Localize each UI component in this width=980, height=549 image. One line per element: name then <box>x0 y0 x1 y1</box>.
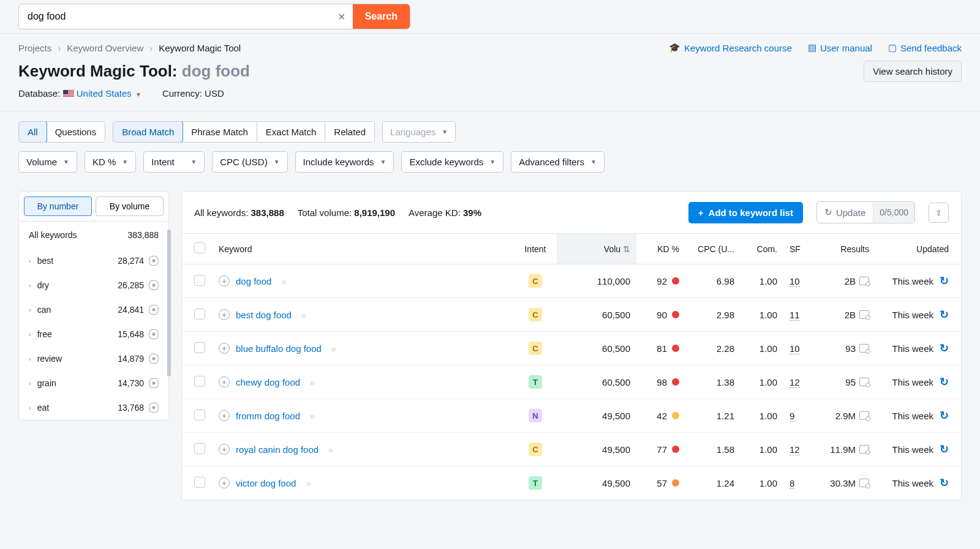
exclude-keywords-filter[interactable]: Exclude keywords▼ <box>401 151 503 173</box>
expand-icon[interactable]: » <box>328 444 331 455</box>
sf-value[interactable]: 11 <box>790 310 800 321</box>
row-checkbox[interactable] <box>194 275 205 286</box>
sidebar-all-keywords-label[interactable]: All keywords <box>29 230 77 240</box>
send-feedback-link[interactable]: ▢Send feedback <box>888 42 962 53</box>
row-checkbox[interactable] <box>194 308 205 319</box>
expand-icon[interactable]: » <box>301 310 304 320</box>
search-input[interactable] <box>19 5 331 28</box>
refresh-row-icon[interactable]: ↻ <box>940 375 949 389</box>
sidebar-scrollbar[interactable] <box>167 230 171 376</box>
keyword-link[interactable]: blue buffalo dog food <box>236 343 322 354</box>
eye-icon[interactable] <box>149 378 159 388</box>
advanced-filters[interactable]: Advanced filters▼ <box>511 151 605 173</box>
tab-phrase-match[interactable]: Phrase Match <box>183 122 257 142</box>
sidebar-group-item[interactable]: › can 24,841 <box>19 297 168 322</box>
add-keyword-icon[interactable]: + <box>219 410 230 421</box>
eye-icon[interactable] <box>149 329 159 339</box>
sidebar-group-item[interactable]: › review 14,879 <box>19 346 168 371</box>
tab-questions[interactable]: Questions <box>47 122 105 142</box>
sf-value[interactable]: 9 <box>790 411 794 422</box>
refresh-row-icon[interactable]: ↻ <box>940 308 949 321</box>
sidebar-group-item[interactable]: › free 15,648 <box>19 322 168 346</box>
volume-filter[interactable]: Volume▼ <box>18 151 77 173</box>
expand-icon[interactable]: » <box>310 411 313 421</box>
add-keyword-icon[interactable]: + <box>219 444 230 455</box>
eye-icon[interactable] <box>149 305 159 315</box>
add-to-keyword-list-button[interactable]: +Add to keyword list <box>688 202 803 223</box>
export-button[interactable]: ⇪ <box>929 203 949 223</box>
col-volume[interactable]: Volu ⇅ <box>557 234 636 264</box>
col-com[interactable]: Com. <box>741 234 783 264</box>
keyword-link[interactable]: royal canin dog food <box>236 444 318 455</box>
sf-value[interactable]: 12 <box>790 444 800 455</box>
expand-icon[interactable]: » <box>310 377 313 387</box>
serp-icon[interactable] <box>859 310 869 319</box>
crumb-projects[interactable]: Projects <box>18 43 51 53</box>
database-selector[interactable]: Database: United States ▼ <box>18 88 141 99</box>
expand-icon[interactable]: » <box>306 478 309 488</box>
update-button[interactable]: ↻Update <box>817 202 873 223</box>
refresh-row-icon[interactable]: ↻ <box>940 476 949 490</box>
keyword-link[interactable]: victor dog food <box>236 478 296 488</box>
keyword-link[interactable]: chewy dog food <box>236 377 300 387</box>
col-cpc[interactable]: CPC (U... <box>685 234 741 264</box>
tab-all[interactable]: All <box>18 121 47 143</box>
sf-value[interactable]: 8 <box>790 478 794 489</box>
refresh-row-icon[interactable]: ↻ <box>940 274 949 288</box>
col-kd[interactable]: KD % <box>636 234 685 264</box>
row-checkbox[interactable] <box>194 477 205 488</box>
sf-value[interactable]: 10 <box>790 276 800 287</box>
serp-icon[interactable] <box>859 411 869 420</box>
add-keyword-icon[interactable]: + <box>219 376 230 387</box>
tab-broad-match[interactable]: Broad Match <box>113 121 183 143</box>
sidebar-group-item[interactable]: › eat 13,768 <box>19 395 168 420</box>
sf-value[interactable]: 10 <box>790 343 800 354</box>
keyword-link[interactable]: fromm dog food <box>236 411 300 421</box>
sidebar-group-item[interactable]: › dry 26,285 <box>19 273 168 297</box>
keyword-research-course-link[interactable]: 🎓Keyword Research course <box>669 42 792 53</box>
tab-exact-match[interactable]: Exact Match <box>257 122 326 142</box>
keyword-link[interactable]: dog food <box>236 276 271 286</box>
serp-icon[interactable] <box>859 344 869 353</box>
row-checkbox[interactable] <box>194 409 205 420</box>
col-intent[interactable]: Intent <box>514 234 557 264</box>
add-keyword-icon[interactable]: + <box>219 309 230 320</box>
clear-icon[interactable]: × <box>331 10 353 24</box>
serp-icon[interactable] <box>859 445 869 454</box>
expand-icon[interactable]: » <box>331 343 334 354</box>
eye-icon[interactable] <box>149 403 159 413</box>
sidebar-tab-by-number[interactable]: By number <box>24 196 92 216</box>
eye-icon[interactable] <box>149 256 159 266</box>
sidebar-group-item[interactable]: › best 28,274 <box>19 248 168 273</box>
col-results[interactable]: Results <box>814 234 875 264</box>
row-checkbox[interactable] <box>194 443 205 454</box>
refresh-row-icon[interactable]: ↻ <box>940 342 949 355</box>
view-search-history-button[interactable]: View search history <box>864 61 962 82</box>
add-keyword-icon[interactable]: + <box>219 343 230 354</box>
refresh-row-icon[interactable]: ↻ <box>940 409 949 422</box>
row-checkbox[interactable] <box>194 342 205 353</box>
kd-filter[interactable]: KD %▼ <box>85 151 136 173</box>
include-keywords-filter[interactable]: Include keywords▼ <box>295 151 394 173</box>
serp-icon[interactable] <box>859 378 869 386</box>
add-keyword-icon[interactable]: + <box>219 275 230 286</box>
eye-icon[interactable] <box>149 354 159 364</box>
tab-related[interactable]: Related <box>325 122 374 142</box>
col-keyword[interactable]: Keyword <box>213 234 514 264</box>
row-checkbox[interactable] <box>194 376 205 387</box>
add-keyword-icon[interactable]: + <box>219 477 230 488</box>
col-updated[interactable]: Updated <box>875 234 961 264</box>
serp-icon[interactable] <box>859 277 869 285</box>
cpc-filter[interactable]: CPC (USD)▼ <box>212 151 287 173</box>
languages-dropdown[interactable]: Languages▼ <box>382 121 456 143</box>
user-manual-link[interactable]: ▤User manual <box>808 42 872 53</box>
keyword-link[interactable]: best dog food <box>236 310 292 320</box>
intent-filter[interactable]: Intent▼ <box>143 151 205 173</box>
sidebar-group-item[interactable]: › grain 14,730 <box>19 371 168 395</box>
sf-value[interactable]: 12 <box>790 377 800 388</box>
serp-icon[interactable] <box>859 479 869 487</box>
select-all-checkbox[interactable] <box>194 242 205 253</box>
col-sf[interactable]: SF <box>783 234 814 264</box>
crumb-keyword-overview[interactable]: Keyword Overview <box>67 43 143 53</box>
eye-icon[interactable] <box>149 280 159 290</box>
